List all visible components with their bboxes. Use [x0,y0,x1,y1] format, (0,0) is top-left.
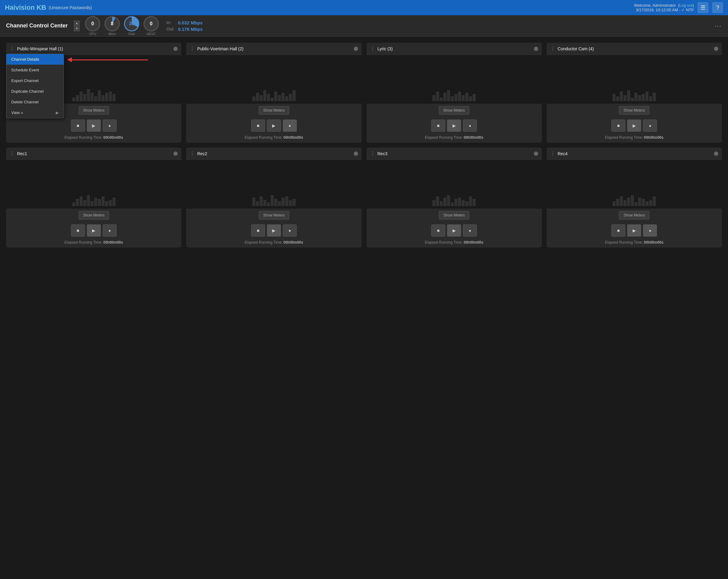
header-bar: Channel Control Center ▲ ▼ 0 CPU 8 Mem 3… [0,15,728,36]
card-preview-rec2 [186,160,361,208]
preview-bars-3 [367,90,542,104]
show-meters-button-2[interactable]: Show Meters [259,106,289,115]
bar [623,95,626,101]
stop-button-1[interactable]: ■ [71,120,85,132]
bar [433,95,436,101]
logout-link[interactable]: Log out [679,3,692,8]
record-button-1[interactable]: ● [103,120,117,132]
play-button-4[interactable]: ▶ [627,120,641,132]
card-menu-icon-2[interactable]: ⋮ [190,46,195,52]
show-meters-button-rec2[interactable]: Show Meters [259,211,289,220]
bar [267,94,270,101]
play-button-rec1[interactable]: ▶ [87,224,101,236]
bar [440,98,443,101]
record-button-4[interactable]: ● [643,120,657,132]
record-button-2[interactable]: ● [283,120,297,132]
record-button-rec1[interactable]: ● [103,224,117,236]
record-button-3[interactable]: ● [463,120,477,132]
bandwidth-display: In: 0.032 Mbps Out: 0.176 Mbps [166,20,203,32]
scroll-down-button[interactable]: ▼ [74,26,80,31]
show-meters-button-rec3[interactable]: Show Meters [439,211,469,220]
menu-item-duplicate-channel[interactable]: Duplicate Channel [6,86,64,97]
help-button[interactable]: ? [712,2,723,13]
bw-in-label: In: [166,20,176,25]
bar [454,94,458,101]
bar [465,201,468,206]
card-menu-icon-3[interactable]: ⋮ [370,46,375,52]
bar [87,195,90,206]
menu-item-export-channel[interactable]: Export Channel [6,75,64,86]
show-meters-button-1[interactable]: Show Meters [79,106,109,115]
bar [645,92,648,101]
bar [620,196,623,206]
card-header-3: ⋮ Lyric (3) [367,43,542,55]
bar [87,89,90,101]
bar [252,96,255,101]
play-button-1[interactable]: ▶ [87,120,101,132]
stop-button-rec2[interactable]: ■ [251,224,265,236]
bar [473,199,476,206]
record-button-rec2[interactable]: ● [283,224,297,236]
record-button-rec4[interactable]: ● [643,224,657,236]
bar [462,95,465,101]
bar [252,198,255,206]
stop-button-4[interactable]: ■ [611,120,625,132]
card-title-4: Conductor Cam (4) [558,46,711,51]
bar [642,199,645,206]
card-menu-icon-1[interactable]: ⋮ [10,46,15,52]
bar [76,95,79,101]
card-menu-icon-rec1[interactable]: ⋮ [10,151,15,156]
menu-item-schedule-event[interactable]: Schedule Event [6,65,64,75]
card-title-1: Public-Winspear Hall (1) [17,46,171,51]
bar [447,195,450,206]
hamburger-menu-button[interactable]: ☰ [698,2,708,13]
show-meters-button-4[interactable]: Show Meters [619,106,649,115]
card-menu-icon-4[interactable]: ⋮ [550,46,555,52]
card-header-2: ⋮ Public-Voertman Hall (2) [186,43,361,55]
card-menu-icon-rec3[interactable]: ⋮ [370,151,375,156]
bar [109,200,112,206]
cpu-gauge: 0 CPU [83,16,102,36]
preview-bars-rec1 [6,195,181,208]
scroll-up-button[interactable]: ▲ [74,20,80,26]
bar [83,94,86,101]
show-meters-button-3[interactable]: Show Meters [439,106,469,115]
bar [653,196,656,206]
play-button-3[interactable]: ▶ [447,120,461,132]
bar [458,198,461,206]
card-status-rec3 [534,152,538,156]
bar [285,196,288,206]
header-options-icon[interactable]: ⋮ [714,23,722,29]
menu-item-view[interactable]: View » ▶ [6,107,64,118]
menu-item-channel-details[interactable]: Channel Details [6,54,64,65]
channel-card-rec1: ⋮ Rec1 [6,148,181,248]
menu-item-delete-channel[interactable]: Delete Channel [6,97,64,107]
play-button-rec3[interactable]: ▶ [447,224,461,236]
bar [627,90,630,101]
record-button-rec3[interactable]: ● [463,224,477,236]
stop-button-rec4[interactable]: ■ [611,224,625,236]
play-button-rec4[interactable]: ▶ [627,224,641,236]
disk-circle: 33 [124,16,139,31]
play-button-2[interactable]: ▶ [267,120,281,132]
show-meters-button-rec4[interactable]: Show Meters [619,211,649,220]
card-status-rec2 [354,152,358,156]
card-menu-icon-rec2[interactable]: ⋮ [190,151,195,156]
card-title-2: Public-Voertman Hall (2) [197,46,351,51]
bar [465,93,468,101]
stop-button-rec3[interactable]: ■ [431,224,445,236]
bar [443,198,446,206]
bar [270,195,274,206]
bar [274,92,277,101]
play-button-rec2[interactable]: ▶ [267,224,281,236]
bar [263,200,266,206]
top-nav: Haivision KB (Unsecure Passwords) Welcom… [0,0,728,15]
stop-button-rec1[interactable]: ■ [71,224,85,236]
card-menu-icon-rec4[interactable]: ⋮ [550,151,555,156]
show-meters-button-rec1[interactable]: Show Meters [79,211,109,220]
channel-card-3: ⋮ Lyric (3) [367,43,542,143]
bar [267,202,270,206]
stop-button-3[interactable]: ■ [431,120,445,132]
unsecure-label: (Unsecure Passwords) [49,5,92,10]
stop-button-2[interactable]: ■ [251,120,265,132]
